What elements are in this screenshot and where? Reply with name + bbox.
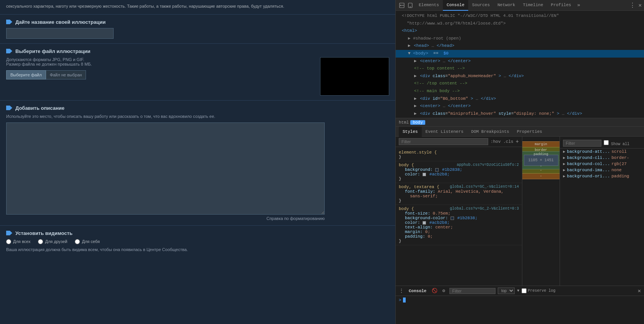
box-border: border - - - padding - - - — [522, 147, 560, 174]
description-textarea[interactable] — [6, 122, 325, 215]
more-tabs-button[interactable]: » — [575, 2, 583, 8]
css-val-bgcolor2: #1b2838; — [457, 216, 477, 220]
html-line-center2[interactable]: ▶ <center> … </center> — [396, 102, 644, 110]
console-dropdown-arrow[interactable]: ▼ — [517, 289, 519, 293]
css-source-body-textarea[interactable]: global.css?v=GC_-V&client=0:14 — [450, 185, 519, 189]
visibility-radio-self[interactable] — [75, 239, 80, 244]
file-area: Допускаются форматы JPG, PNG и GIF. Разм… — [6, 57, 389, 96]
computed-prop-bg-cli: background-cli... — [567, 155, 610, 160]
html-line-doctype[interactable]: <!DOCTYPE html PUBLIC "-//W3C//DTD HTML … — [396, 12, 644, 20]
format-help-link[interactable]: Справка по форматированию — [6, 215, 325, 221]
computed-prop-bg-att: background-att... — [567, 149, 610, 154]
console-prompt-symbol: > — [399, 298, 401, 303]
margin-label-top: margin — [535, 142, 547, 146]
console-toolbar: ⋮ Console 🚫 ⚙ top ▼ Preserve log ✕ — [396, 286, 644, 296]
elements-panel[interactable]: <!DOCTYPE html PUBLIC "-//W3C//DTD HTML … — [396, 11, 644, 118]
computed-filter-input[interactable] — [563, 140, 601, 147]
css-block-element-style: element.style { } — [396, 149, 522, 161]
illustration-name-input[interactable] — [6, 28, 114, 39]
visibility-radio-friends[interactable] — [38, 239, 43, 244]
html-line-comment-top2[interactable]: <!-- /top content --> — [396, 80, 644, 88]
css-selector-body2: body { — [399, 207, 414, 211]
computed-val-bg-cli: border- — [611, 155, 629, 160]
console-clear-icon[interactable]: 🚫 — [431, 288, 438, 294]
html-line-body[interactable]: ▼ <body> == $0 — [396, 50, 644, 58]
console-filter-icon[interactable]: ⚙ — [440, 288, 447, 294]
sub-tabs: Styles Event Listeners DOM Breakpoints P… — [396, 127, 644, 137]
no-file-label: Файл не выбран — [46, 70, 86, 79]
css-close-brace3: } — [399, 198, 401, 203]
section-visibility-icon — [6, 231, 12, 235]
devtools-close-icon[interactable]: ✕ — [639, 2, 642, 8]
tab-sources[interactable]: Sources — [468, 0, 494, 11]
css-prop-color2: color: #acb2b8; — [399, 220, 519, 225]
sub-tab-properties[interactable]: Properties — [513, 127, 546, 137]
breadcrumb-body[interactable]: body — [410, 120, 425, 125]
css-selector-body-textarea: body, textarea { — [399, 185, 439, 189]
tab-console[interactable]: Console — [443, 0, 468, 11]
console-prompt[interactable]: > — [399, 298, 641, 303]
console-log-level-select[interactable]: top — [498, 288, 515, 294]
styles-filter-input[interactable] — [399, 138, 488, 145]
visibility-option-all[interactable]: Для всех — [6, 239, 30, 244]
desc-hint: Используйте это место, чтобы описать ваш… — [6, 114, 389, 119]
hov-cls-label[interactable]: :hov .cls — [490, 139, 513, 144]
margin-label-bottom: - — [540, 174, 542, 178]
html-line-html[interactable]: <html> — [396, 27, 644, 35]
console-tab-label[interactable]: Console — [406, 289, 429, 293]
css-block-body1: body { apphub.css?v=DzoCiCiuS0fo:2 backg… — [396, 161, 522, 183]
device-mode-icon[interactable] — [406, 2, 414, 9]
sub-tab-event-listeners[interactable]: Event Listeners — [422, 127, 467, 137]
sub-tab-styles[interactable]: Styles — [399, 127, 422, 137]
html-line-dtd[interactable]: "http://www.w3.org/TR/html4/loose.dtd"> — [396, 20, 644, 28]
svg-point-1 — [400, 5, 401, 6]
html-line-miniprofile[interactable]: ▶ <div class="miniprofile_hover" style="… — [396, 110, 644, 118]
computed-arrow: ▶ — [563, 149, 565, 154]
tab-elements[interactable]: Elements — [415, 0, 443, 11]
html-line-shadow[interactable]: ▶ #shadow-root (open) — [396, 35, 644, 43]
padding-label-left: - — [522, 159, 523, 162]
css-prop-font: font-family: Arial, Helvetica, Verdana, — [399, 189, 519, 194]
html-line-comment-main[interactable]: <!-- main body --> — [396, 88, 644, 95]
console-dots-icon[interactable]: ⋮ — [399, 288, 404, 294]
breadcrumb-html[interactable]: html — [399, 120, 409, 125]
preserve-log-label[interactable]: Preserve log — [522, 288, 555, 293]
computed-filter-row: Show all — [560, 138, 644, 149]
choose-file-button[interactable]: Выберите файл — [6, 70, 46, 79]
css-source-body1[interactable]: apphub.css?v=DzoCiCiuS0fo:2 — [457, 163, 519, 167]
css-prop-font2: sans-serif; — [399, 194, 519, 198]
visibility-radio-all[interactable] — [6, 239, 11, 244]
visibility-option-self[interactable]: Для себя — [75, 239, 99, 244]
section-file-title: Выберите файл иллюстрации — [6, 48, 389, 54]
console-filter-input[interactable] — [449, 288, 495, 294]
css-val-bg1: #1b2838; — [442, 167, 462, 172]
visibility-options-row: Для всех Для друзей Для себя — [6, 239, 389, 244]
computed-arrow2: ▶ — [563, 155, 565, 160]
css-source-body2[interactable]: global.css?v=Gc_2-V&client=0:3 — [450, 207, 519, 211]
computed-item-bg-col: ▶ background-col... rgb(27 — [560, 161, 644, 167]
tab-timeline[interactable]: Timeline — [519, 0, 547, 11]
preserve-log-checkbox[interactable] — [522, 288, 527, 293]
html-line-bgbottom[interactable]: ▶ <div id="BG_bottom" > … </div> — [396, 95, 644, 103]
inspect-element-icon[interactable] — [398, 2, 406, 9]
html-line-comment-top1[interactable]: <!-- top content --> — [396, 65, 644, 73]
console-close-button[interactable]: ✕ — [638, 288, 641, 294]
html-line-center1[interactable]: ▶ <center> … </center> — [396, 58, 644, 65]
html-line-apphub[interactable]: ▶ <div class="apphub_HomeHeader" > … </d… — [396, 73, 644, 80]
tab-network[interactable]: Network — [494, 0, 519, 11]
visibility-option-friends[interactable]: Для друзей — [38, 239, 67, 244]
computed-val-bg-ori: padding — [611, 174, 629, 179]
sub-tab-dom-breakpoints[interactable]: DOM Breakpoints — [467, 127, 513, 137]
show-all-label[interactable]: Show all — [604, 140, 629, 146]
main-panel: сексуального характера, наготу или чрезм… — [0, 0, 395, 324]
tab-profiles[interactable]: Profiles — [547, 0, 575, 11]
html-line-head[interactable]: ▶ <head> … </head> — [396, 42, 644, 50]
file-left: Допускаются форматы JPG, PNG и GIF. Разм… — [6, 57, 312, 79]
devtools-dots-icon[interactable]: ⋮ — [629, 2, 636, 9]
add-style-button[interactable]: + — [516, 139, 519, 145]
css-selector-element: element.style { — [399, 150, 437, 155]
show-all-checkbox[interactable] — [604, 140, 609, 145]
textarea-wrapper: Справка по форматированию — [6, 122, 389, 221]
devtools-toolbar: Elements Console Sources Network Timelin… — [396, 0, 644, 11]
css-prop-bgcolor: background-color: #1b2838; — [399, 216, 519, 220]
